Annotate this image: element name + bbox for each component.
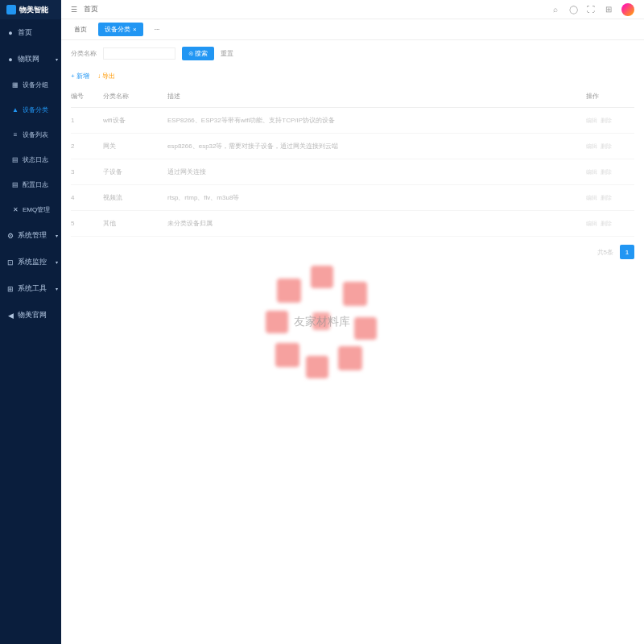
cell-id: 1 [71,117,103,124]
sidebar-item-EMQ管理[interactable]: ✕EMQ管理 [0,197,61,222]
column-header: 描述 [167,92,586,101]
sidebar-item-系统管理[interactable]: ⚙系统管理▾ [0,222,61,249]
row-actions: 编辑删除 [586,142,634,151]
tab-设备分类[interactable]: 设备分类× [98,23,143,36]
pagination: 共5条 1 [61,237,644,267]
sidebar-item-系统工具[interactable]: ⊞系统工具▾ [0,275,61,302]
sidebar-item-配置日志[interactable]: ▤配置日志 [0,172,61,197]
row-actions: 编辑删除 [586,117,634,125]
table-row: 3子设备通过网关连接编辑删除 [71,159,634,185]
cell-desc: esp8266、esp32等，需要对接子设备，通过网关连接到云端 [167,142,586,151]
layout-icon[interactable]: ⊞ [604,5,613,14]
sidebar-item-首页[interactable]: ●首页 [0,19,61,46]
sidebar-item-设备列表[interactable]: ≡设备列表 [0,122,61,147]
search-button[interactable]: ⊙ 搜索 [182,47,214,60]
action-编辑[interactable]: 编辑 [586,220,597,228]
logo-icon [6,5,16,14]
nav-label: 首页 [18,27,32,38]
sidebar-item-设备分组[interactable]: ▦设备分组 [0,72,61,97]
app-logo: 物美智能 [0,0,61,19]
export-button[interactable]: ↓ 导出 [97,72,115,80]
row-actions: 编辑删除 [586,194,634,202]
page-1-button[interactable]: 1 [620,245,634,259]
sidebar-item-物美官网[interactable]: ◀物美官网 [0,302,61,328]
chevron-down-icon: ▾ [56,233,58,238]
page-info: 共5条 [597,248,613,257]
tab-label: ··· [155,26,160,33]
search-icon[interactable]: ⌕ [551,5,560,14]
nav-label: 系统工具 [18,283,47,294]
reset-button[interactable]: 重置 [221,49,233,58]
cell-id: 5 [71,220,103,227]
action-删除[interactable]: 删除 [601,168,612,176]
action-删除[interactable]: 删除 [601,194,612,202]
tab-···[interactable]: ··· [148,23,167,35]
nav-label: 设备分组 [23,80,48,89]
nav-label: 系统管理 [18,230,47,241]
cell-desc: 未分类设备归属 [167,219,586,228]
nav-label: 物美官网 [18,310,47,320]
cell-name: 视频流 [103,193,167,202]
nav-icon: ⚙ [6,232,14,240]
data-table: 编号分类名称描述操作 1wifi设备ESP8266、ESP32等带有wifi功能… [61,85,644,237]
nav-icon: ● [6,56,14,64]
toolbar: + 新增 ↓ 导出 [61,67,644,85]
tab-label: 设备分类 [105,25,130,34]
chevron-down-icon: ▾ [56,259,58,265]
nav-label: EMQ管理 [23,205,50,214]
tab-label: 首页 [74,25,87,34]
nav-icon: ≡ [11,131,19,139]
cell-id: 4 [71,194,103,201]
menu-toggle-icon[interactable]: ☰ [71,6,77,14]
sidebar-item-设备分类[interactable]: ▲设备分类 [0,97,61,122]
action-删除[interactable]: 删除 [601,142,612,151]
nav-icon: ◀ [6,312,14,320]
sidebar: 物美智能 ●首页●物联网▾▦设备分组▲设备分类≡设备列表▤状态日志▤配置日志✕E… [0,0,61,644]
app-name: 物美智能 [19,5,48,15]
add-button[interactable]: + 新增 [71,72,89,80]
sidebar-item-系统监控[interactable]: ⊡系统监控▾ [0,249,61,275]
cell-name: 网关 [103,142,167,151]
action-编辑[interactable]: 编辑 [586,142,597,151]
search-input[interactable] [103,47,175,60]
cell-desc: rtsp、rtmp、flv、m3u8等 [167,193,586,202]
table-row: 1wifi设备ESP8266、ESP32等带有wifi功能、支持TCP/IP协议… [71,108,634,134]
cell-id: 2 [71,142,103,150]
sidebar-item-状态日志[interactable]: ▤状态日志 [0,147,61,172]
cell-name: 子设备 [103,167,167,176]
table-row: 4视频流rtsp、rtmp、flv、m3u8等编辑删除 [71,185,634,211]
action-删除[interactable]: 删除 [601,220,612,228]
action-编辑[interactable]: 编辑 [586,168,597,176]
cell-name: wifi设备 [103,116,167,125]
row-actions: 编辑删除 [586,220,634,228]
user-avatar[interactable] [621,3,634,16]
nav-icon: ⊡ [6,258,14,266]
tab-首页[interactable]: 首页 [68,23,93,36]
close-icon[interactable]: × [133,26,137,33]
nav-label: 系统监控 [18,257,47,267]
main-area: ☰ 首页 ⌕ ◯ ⛶ ⊞ 首页设备分类×··· 分类名称 ⊙ 搜索 重置 + 新… [61,0,644,644]
tabs-bar: 首页设备分类×··· [61,19,644,40]
nav-label: 设备分类 [23,105,48,114]
fullscreen-icon[interactable]: ⛶ [586,5,596,14]
nav-icon: ✕ [11,206,19,214]
sidebar-item-物联网[interactable]: ●物联网▾ [0,46,61,72]
action-编辑[interactable]: 编辑 [586,117,597,125]
github-icon[interactable]: ◯ [568,5,578,14]
nav-icon: ▦ [11,81,19,89]
row-actions: 编辑删除 [586,168,634,176]
nav-icon: ▤ [11,156,19,164]
breadcrumb-text: 首页 [84,4,98,14]
nav-label: 状态日志 [23,155,48,164]
cell-name: 其他 [103,219,167,228]
search-label: 分类名称 [71,49,97,58]
action-编辑[interactable]: 编辑 [586,194,597,202]
table-row: 2网关esp8266、esp32等，需要对接子设备，通过网关连接到云端编辑删除 [71,134,634,159]
column-header: 分类名称 [103,92,167,101]
action-删除[interactable]: 删除 [601,117,612,125]
table-row: 5其他未分类设备归属编辑删除 [71,211,634,237]
cell-desc: ESP8266、ESP32等带有wifi功能、支持TCP/IP协议的设备 [167,116,586,125]
nav-icon: ⊞ [6,285,14,293]
nav-label: 物联网 [18,54,39,64]
nav-label: 配置日志 [23,180,48,189]
